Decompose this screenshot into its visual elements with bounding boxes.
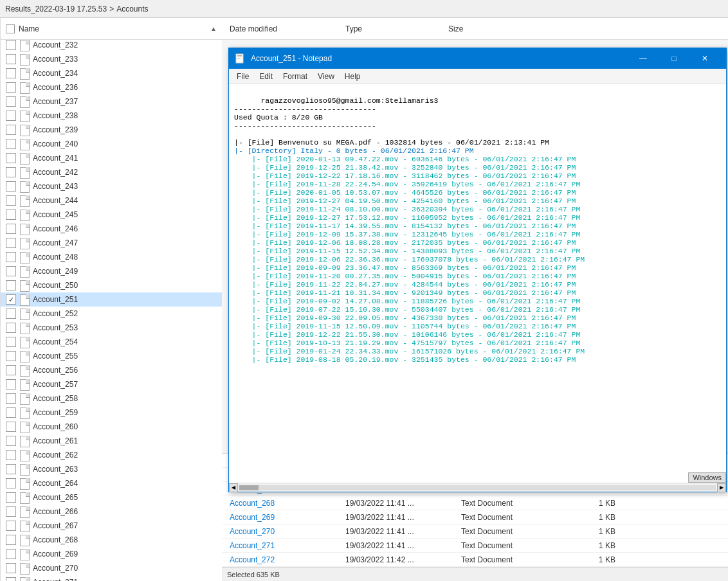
file-checkbox[interactable]	[6, 111, 16, 121]
file-checkbox[interactable]	[6, 54, 16, 64]
file-checkbox[interactable]	[6, 167, 16, 177]
list-item[interactable]: Account_250	[1, 278, 222, 292]
list-item[interactable]: Account_256	[1, 363, 222, 377]
file-checkbox[interactable]	[6, 308, 16, 319]
list-item[interactable]: Account_260	[1, 420, 222, 434]
menu-item-edit[interactable]: Edit	[254, 71, 278, 82]
scroll-track[interactable]	[239, 485, 716, 490]
list-item[interactable]: Account_237	[1, 94, 222, 109]
file-checkbox[interactable]	[6, 210, 16, 220]
list-item[interactable]: Account_241	[1, 151, 222, 165]
file-checkbox[interactable]	[6, 195, 16, 206]
notepad-content[interactable]: ragazzovoglioso95@gmail.com:Stellamaris3…	[229, 84, 726, 483]
list-item[interactable]: Account_240	[1, 137, 222, 151]
list-item[interactable]: Account_239	[1, 123, 222, 137]
list-item[interactable]: Account_259	[1, 406, 222, 420]
notepad-hscrollbar[interactable]: ◀ ▶ Windows	[229, 483, 726, 492]
list-item[interactable]: Account_267	[1, 519, 222, 533]
list-item[interactable]: Account_270	[1, 561, 222, 575]
file-checkbox[interactable]	[6, 351, 16, 361]
list-item[interactable]: Account_236	[1, 80, 222, 94]
menu-item-format[interactable]: Format	[278, 71, 313, 82]
maximize-button[interactable]: □	[659, 48, 689, 69]
list-item[interactable]: Account_264	[1, 476, 222, 490]
file-checkbox[interactable]	[6, 82, 16, 93]
file-checkbox[interactable]	[6, 294, 16, 305]
list-item[interactable]: Account_243	[1, 179, 222, 193]
list-item[interactable]: Account_266	[1, 505, 222, 519]
file-checkbox[interactable]	[6, 549, 16, 559]
table-row[interactable]: Account_26919/03/2022 11:41 ...Text Docu…	[222, 510, 728, 524]
list-item[interactable]: Account_255	[1, 349, 222, 363]
close-button[interactable]: ✕	[690, 48, 720, 69]
list-item[interactable]: Account_257	[1, 377, 222, 391]
list-item[interactable]: Account_233	[1, 52, 222, 66]
type-header[interactable]: Type	[345, 24, 448, 33]
file-checkbox[interactable]	[6, 478, 16, 488]
scroll-thumb[interactable]	[239, 485, 259, 490]
menu-item-view[interactable]: View	[313, 71, 340, 82]
file-checkbox[interactable]	[6, 181, 16, 192]
file-checkbox[interactable]	[6, 224, 16, 234]
menu-item-file[interactable]: File	[232, 71, 254, 82]
file-checkbox[interactable]	[6, 577, 16, 581]
file-checkbox[interactable]	[6, 492, 16, 503]
table-row[interactable]: Account_27219/03/2022 11:42 ...Text Docu…	[222, 553, 728, 567]
list-item[interactable]: Account_265	[1, 490, 222, 505]
file-checkbox[interactable]	[6, 252, 16, 262]
list-item[interactable]: Account_242	[1, 165, 222, 179]
minimize-button[interactable]: —	[628, 48, 658, 69]
list-item[interactable]: Account_258	[1, 391, 222, 406]
file-checkbox[interactable]	[6, 450, 16, 460]
file-checkbox[interactable]	[6, 139, 16, 149]
file-checkbox[interactable]	[6, 436, 16, 446]
file-checkbox[interactable]	[6, 535, 16, 545]
list-item[interactable]: Account_268	[1, 533, 222, 547]
list-item[interactable]: Account_234	[1, 66, 222, 80]
list-item[interactable]: Account_248	[1, 250, 222, 264]
file-checkbox[interactable]	[6, 521, 16, 531]
scroll-left-button[interactable]: ◀	[229, 483, 238, 492]
list-item[interactable]: Account_254	[1, 335, 222, 349]
file-checkbox[interactable]	[6, 393, 16, 404]
scroll-right-button[interactable]: ▶	[717, 483, 726, 492]
file-checkbox[interactable]	[6, 563, 16, 573]
list-item[interactable]: Account_269	[1, 547, 222, 561]
file-checkbox[interactable]	[6, 506, 16, 517]
list-item[interactable]: Account_232	[1, 38, 222, 52]
file-checkbox[interactable]	[6, 422, 16, 432]
list-item[interactable]: Account_251	[1, 292, 222, 307]
file-checkbox[interactable]	[6, 40, 16, 50]
file-checkbox[interactable]	[6, 337, 16, 347]
file-checkbox[interactable]	[6, 153, 16, 163]
select-all-checkbox[interactable]	[6, 24, 19, 33]
list-item[interactable]: Account_263	[1, 462, 222, 476]
file-checkbox[interactable]	[6, 266, 16, 276]
size-header[interactable]: Size	[448, 24, 513, 33]
list-item[interactable]: Account_238	[1, 109, 222, 123]
list-item[interactable]: Account_247	[1, 236, 222, 250]
file-checkbox[interactable]	[6, 407, 16, 418]
name-column-header[interactable]: Name	[19, 24, 208, 33]
table-row[interactable]: Account_27119/03/2022 11:41 ...Text Docu…	[222, 539, 728, 553]
menu-item-help[interactable]: Help	[340, 71, 366, 82]
date-modified-header[interactable]: Date modified	[230, 24, 345, 33]
list-item[interactable]: Account_246	[1, 222, 222, 236]
list-item[interactable]: Account_249	[1, 264, 222, 278]
list-item[interactable]: Account_252	[1, 307, 222, 321]
file-checkbox[interactable]	[6, 323, 16, 333]
file-checkbox[interactable]	[6, 96, 16, 107]
table-row[interactable]: Account_27019/03/2022 11:41 ...Text Docu…	[222, 524, 728, 539]
table-row[interactable]: Account_26819/03/2022 11:41 ...Text Docu…	[222, 496, 728, 510]
list-item[interactable]: Account_244	[1, 193, 222, 208]
list-item[interactable]: Account_262	[1, 448, 222, 462]
list-item[interactable]: Account_261	[1, 434, 222, 448]
list-item[interactable]: Account_271	[1, 575, 222, 581]
list-item[interactable]: Account_253	[1, 321, 222, 335]
file-checkbox[interactable]	[6, 238, 16, 248]
file-checkbox[interactable]	[6, 464, 16, 474]
file-checkbox[interactable]	[6, 68, 16, 78]
file-checkbox[interactable]	[6, 280, 16, 290]
file-checkbox[interactable]	[6, 379, 16, 389]
file-checkbox[interactable]	[6, 365, 16, 375]
